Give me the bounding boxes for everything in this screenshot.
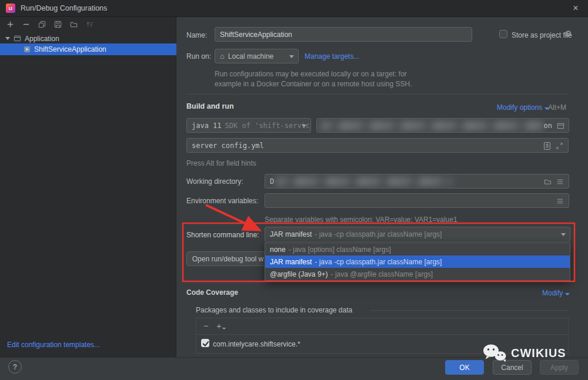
close-icon[interactable]: × [569, 4, 582, 13]
configurations-sidebar: Application ShiftServiceApplication Edit… [0, 17, 176, 357]
coverage-modify-label: Modify [542, 289, 563, 297]
packages-label: Packages and classes to include in cover… [196, 306, 352, 314]
build-and-run-header: Build and run [186, 102, 234, 110]
tree-item-shiftserviceapplication[interactable]: ShiftServiceApplication [0, 43, 176, 55]
home-icon: ⌂ [220, 52, 225, 60]
coverage-packages-panel: − + com.intelycare.shiftservice.* [196, 318, 569, 354]
shorten-value-hint: - java -cp classpath.jar className [args… [315, 230, 442, 238]
alt-hint: Press Alt for field hints [186, 159, 256, 167]
blurred-content [276, 177, 452, 186]
chevron-down-icon [302, 125, 306, 127]
package-item-label: com.intelycare.shiftservice.* [213, 340, 300, 348]
shorten-option-none[interactable]: none - java [options] className [args] [265, 243, 570, 255]
tree-item-label: ShiftServiceApplication [34, 45, 106, 53]
run-on-help-line2: example in a Docker Container or on a re… [215, 80, 412, 88]
modify-options-shortcut: Alt+M [548, 103, 566, 112]
footer-separator [0, 357, 588, 358]
run-on-value: Local machine [228, 52, 273, 60]
chevron-down-icon [222, 328, 226, 329]
option-name: JAR manifest [270, 258, 312, 266]
shorten-option-argfile[interactable]: @argfile (Java 9+) - java @argfile class… [265, 268, 570, 280]
add-package-icon[interactable]: + [216, 321, 222, 330]
option-hint: - java -cp classpath.jar className [args… [315, 258, 442, 266]
chevron-down-icon [289, 55, 294, 58]
application-type-icon [14, 35, 21, 42]
environment-variables-field[interactable] [265, 193, 569, 208]
shorten-command-line-dropdown: none - java [options] className [args] J… [265, 243, 570, 281]
program-arguments-field[interactable]: server config.yml $ [186, 138, 569, 153]
jdk-value: java 11 [192, 122, 222, 130]
coverage-modify-link[interactable]: Modify [542, 289, 570, 297]
option-name: none [270, 246, 286, 254]
package-checkbox[interactable] [201, 339, 209, 347]
store-as-project-file-checkbox[interactable] [499, 30, 507, 38]
intellij-logo-icon: IJ [6, 4, 15, 13]
open-run-debug-tool-button[interactable]: Open run/debug tool w [186, 251, 269, 266]
ok-label: OK [459, 364, 469, 372]
chevron-down-icon [561, 233, 566, 236]
option-hint: - java [options] className [args] [289, 246, 391, 254]
main-class-visible-suffix: on [544, 122, 552, 130]
remove-configuration-icon[interactable] [21, 19, 31, 29]
shorten-option-jar-manifest[interactable]: JAR manifest - java -cp classpath.jar cl… [265, 255, 570, 268]
option-name: @argfile (Java 9+) [270, 270, 328, 278]
move-to-folder-icon[interactable] [69, 19, 79, 29]
folder-icon[interactable] [544, 178, 552, 186]
shorten-command-line-combobox[interactable]: JAR manifest - java -cp classpath.jar cl… [265, 227, 570, 242]
run-on-help-line1: Run configurations may be executed local… [215, 70, 407, 78]
panel-icon[interactable] [557, 122, 564, 130]
apply-label: Apply [550, 364, 568, 372]
run-on-combobox[interactable]: ⌂ Local machine [215, 49, 299, 63]
sidebar-toolbar [0, 17, 176, 32]
run-on-label: Run on: [186, 52, 211, 60]
tree-group-application[interactable]: Application [0, 33, 176, 44]
program-arguments-value: server config.yml [192, 142, 264, 150]
run-debug-configurations-dialog: IJ Run/Debug Configurations × Applicatio… [0, 0, 588, 380]
expand-field-icon[interactable] [556, 142, 563, 150]
browse-variables-icon[interactable] [556, 197, 564, 205]
chevron-down-icon[interactable] [5, 37, 10, 40]
jdk-combobox[interactable]: java 11 SDK of 'shift-servic [186, 118, 311, 133]
name-label: Name: [186, 31, 207, 39]
chevron-down-icon [565, 293, 570, 295]
shorten-value: JAR manifest [270, 230, 312, 238]
cancel-label: Cancel [501, 364, 523, 372]
tree-group-label: Application [25, 35, 59, 43]
environment-variables-label: Environment variables: [186, 197, 258, 205]
code-coverage-header: Code Coverage [186, 288, 238, 297]
window-title: Run/Debug Configurations [21, 4, 107, 12]
remove-package-icon[interactable]: − [203, 321, 209, 330]
run-configuration-icon [24, 46, 31, 53]
working-directory-visible-prefix: D [270, 177, 274, 186]
gear-icon[interactable]: ⚙ [564, 29, 572, 38]
name-input[interactable] [215, 27, 472, 42]
ok-button[interactable]: OK [445, 360, 484, 375]
modify-options-link[interactable]: Modify options [497, 103, 549, 112]
titlebar: IJ Run/Debug Configurations × [0, 0, 588, 17]
cancel-button[interactable]: Cancel [493, 360, 532, 375]
shorten-command-line-label: Shorten command line: [186, 231, 259, 239]
blurred-content [320, 121, 543, 130]
manage-targets-link[interactable]: Manage targets... [305, 52, 359, 60]
help-button[interactable]: ? [8, 360, 22, 374]
open-run-debug-tool-label: Open run/debug tool w [192, 255, 263, 263]
sort-configurations-icon[interactable] [85, 19, 95, 29]
insert-variable-icon[interactable]: $ [544, 142, 550, 150]
option-hint: - java @argfile className [args] [331, 270, 433, 278]
apply-button[interactable]: Apply [540, 360, 579, 375]
save-configuration-icon[interactable] [53, 19, 63, 29]
add-configuration-icon[interactable] [5, 19, 15, 29]
configuration-form: Name: Store as project file ⚙ Run on: ⌂ … [176, 17, 588, 357]
environment-variables-hint: Separate variables with semicolon: VAR=v… [265, 216, 457, 224]
toolbar-divider [196, 334, 568, 335]
working-directory-field[interactable]: D [265, 174, 569, 189]
jdk-hint: SDK of 'shift-servic [225, 122, 310, 130]
packages-separator [370, 310, 569, 311]
modify-options-label: Modify options [497, 103, 542, 112]
store-as-project-file-label: Store as project file [512, 31, 572, 39]
working-directory-label: Working directory: [186, 177, 243, 186]
edit-configuration-templates-link[interactable]: Edit configuration templates... [7, 341, 100, 349]
browse-icon[interactable] [556, 178, 564, 186]
copy-configuration-icon[interactable] [37, 19, 47, 29]
main-class-field[interactable]: on [316, 118, 569, 133]
